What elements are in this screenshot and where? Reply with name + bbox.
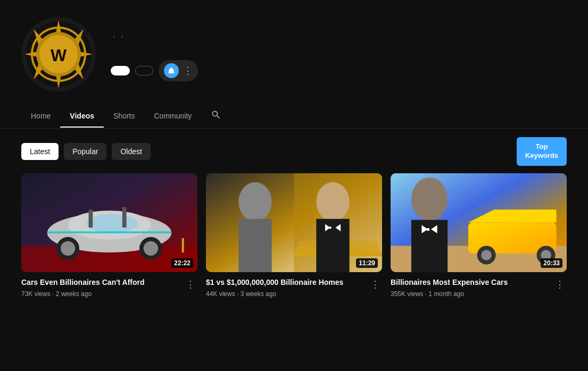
thumbnail-2: 11:29 <box>206 173 382 272</box>
filter-pills: Latest Popular Oldest <box>21 143 151 160</box>
svg-rect-22 <box>89 209 93 227</box>
tab-community[interactable]: Community <box>144 105 201 128</box>
svg-point-21 <box>144 241 158 255</box>
svg-rect-35 <box>316 219 349 272</box>
video-info-3: Billionaires Most Expensive Cars 355K vi… <box>391 277 567 298</box>
filter-latest[interactable]: Latest <box>21 143 59 160</box>
svg-rect-25 <box>31 238 34 252</box>
video-info-1: Cars Even Billionaires Can't Afford 73K … <box>21 277 197 298</box>
svg-point-44 <box>481 250 491 260</box>
video-more-btn-2[interactable]: ⋮ <box>368 277 382 291</box>
duration-badge-1: 22:22 <box>171 258 193 268</box>
video-more-btn-1[interactable]: ⋮ <box>184 277 197 291</box>
svg-rect-51 <box>427 228 429 231</box>
video-meta-3: 355K views · 1 month ago <box>391 290 508 298</box>
filter-oldest[interactable]: Oldest <box>112 143 150 160</box>
more-options-icon[interactable]: ⋮ <box>181 65 193 77</box>
duration-badge-3: 20:33 <box>541 258 562 268</box>
thumbnail-1: 22:22 <box>21 173 197 272</box>
video-card-3[interactable]: 20:33 Billionaires Most Expensive Cars 3… <box>391 173 567 298</box>
top-keywords-button[interactable]: TopKeywords <box>517 137 567 166</box>
svg-point-19 <box>61 241 75 255</box>
video-title-1: Cars Even Billionaires Can't Afford <box>21 277 145 288</box>
svg-point-32 <box>238 182 271 221</box>
tab-home[interactable]: Home <box>21 105 60 128</box>
video-meta-1: 73K views · 2 weeks ago <box>21 290 145 298</box>
channel-info: · · ⋮ <box>111 28 567 81</box>
filter-popular[interactable]: Popular <box>64 143 106 160</box>
svg-rect-24 <box>47 231 172 233</box>
video-title-2: $1 vs $1,000,000,000 Billionaire Homes <box>206 277 343 288</box>
duration-badge-2: 11:29 <box>356 258 378 268</box>
subscribe-button[interactable] <box>111 66 130 75</box>
svg-rect-38 <box>329 226 332 229</box>
svg-point-17 <box>86 214 138 233</box>
video-meta-2: 44K views · 3 weeks ago <box>206 290 343 298</box>
tab-shorts[interactable]: Shorts <box>104 105 144 128</box>
channel-meta: · · <box>111 31 567 42</box>
channel-avatar: W <box>21 17 96 91</box>
thumbnail-3: 20:33 <box>391 173 567 272</box>
bell-icon <box>164 63 179 78</box>
channel-nav: Home Videos Shorts Community <box>0 104 588 129</box>
search-icon[interactable] <box>205 104 227 128</box>
channel-more-links <box>111 44 113 53</box>
video-title-3: Billionaires Most Expensive Cars <box>391 277 508 288</box>
svg-rect-23 <box>122 207 127 227</box>
video-more-btn-3[interactable]: ⋮ <box>553 277 567 291</box>
video-grid: 22:22 Cars Even Billionaires Can't Affor… <box>0 173 588 310</box>
channel-links <box>111 44 567 53</box>
svg-rect-33 <box>238 219 271 272</box>
channel-header: W · · <box>0 0 588 104</box>
video-card-1[interactable]: 22:22 Cars Even Billionaires Can't Affor… <box>21 173 197 298</box>
svg-point-47 <box>411 178 448 221</box>
svg-rect-48 <box>411 220 448 272</box>
channel-actions: ⋮ <box>111 60 567 81</box>
view-stats-button[interactable] <box>135 66 153 75</box>
video-card-2[interactable]: 11:29 $1 vs $1,000,000,000 Billionaire H… <box>206 173 382 298</box>
svg-point-34 <box>316 182 349 221</box>
svg-rect-26 <box>182 238 184 252</box>
video-info-2: $1 vs $1,000,000,000 Billionaire Homes 4… <box>206 277 382 298</box>
notification-group[interactable]: ⋮ <box>159 60 198 81</box>
svg-text:W: W <box>51 46 67 65</box>
tab-videos[interactable]: Videos <box>60 105 104 128</box>
filter-row: Latest Popular Oldest TopKeywords <box>0 129 588 173</box>
